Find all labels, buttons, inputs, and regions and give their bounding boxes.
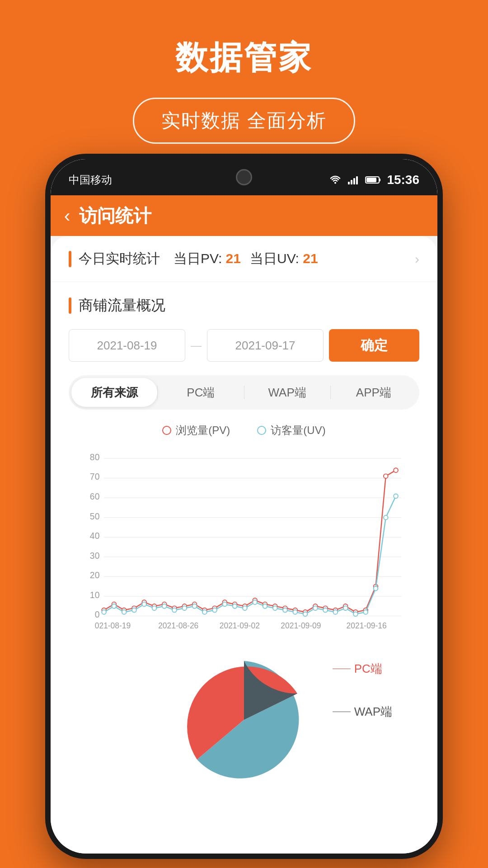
svg-point-61 [102, 610, 106, 614]
phone-mockup: 中国移动 [45, 154, 443, 859]
chart-legend: 浏览量(PV) 访客量(UV) [69, 423, 419, 438]
tab-all[interactable]: 所有来源 [71, 378, 157, 407]
app-title: 数据管家 [0, 36, 488, 80]
legend-pv: 浏览量(PV) [162, 423, 230, 438]
section-bar-2 [69, 297, 71, 314]
svg-point-71 [202, 610, 207, 614]
today-stats-row: 今日实时统计 当日PV: 21 当日UV: 21 › [51, 236, 437, 282]
svg-point-75 [243, 606, 247, 610]
wifi-icon [329, 175, 342, 185]
section-title-row: 商铺流量概况 [69, 296, 419, 316]
pv-value: 21 [226, 251, 241, 266]
svg-point-64 [132, 608, 136, 613]
date-start-input[interactable]: 2021-08-19 [69, 329, 185, 362]
svg-point-70 [192, 604, 197, 609]
legend-pv-icon [162, 426, 171, 435]
legend-uv-label: 访客量(UV) [271, 423, 325, 438]
svg-text:2021-09-02: 2021-09-02 [220, 621, 260, 630]
svg-point-67 [162, 604, 167, 609]
svg-point-66 [152, 606, 157, 610]
svg-point-85 [343, 606, 348, 610]
tab-app[interactable]: APP端 [331, 378, 417, 407]
svg-text:2021-08-26: 2021-08-26 [158, 621, 198, 630]
svg-point-69 [182, 606, 187, 610]
svg-rect-4 [356, 176, 358, 184]
pie-container: PC端 WAP端 [87, 647, 401, 792]
traffic-title: 商铺流量概况 [79, 296, 165, 316]
top-header: 数据管家 实时数据 全面分析 [0, 0, 488, 144]
uv-value: 21 [303, 251, 318, 266]
date-end-input[interactable]: 2021-09-17 [207, 329, 324, 362]
pv-stat: 当日PV: 21 [174, 250, 241, 268]
svg-rect-3 [353, 178, 355, 184]
svg-text:2021-09-16: 2021-09-16 [347, 621, 387, 630]
svg-text:30: 30 [90, 551, 100, 561]
svg-rect-7 [366, 178, 376, 182]
confirm-button[interactable]: 确定 [329, 329, 419, 362]
status-bar: 中国移动 [60, 165, 428, 195]
phone-outer: 中国移动 [45, 154, 443, 859]
svg-point-72 [212, 608, 217, 613]
svg-rect-6 [379, 179, 380, 181]
signal-icon [347, 175, 360, 185]
svg-point-65 [142, 602, 146, 607]
svg-point-59 [384, 474, 388, 478]
svg-point-82 [313, 606, 318, 610]
svg-point-84 [333, 610, 338, 614]
page-title: 访问统计 [79, 203, 151, 228]
svg-text:60: 60 [90, 491, 100, 501]
wap-label: WAP端 [333, 704, 392, 720]
svg-point-80 [293, 610, 297, 614]
uv-stat: 当日UV: 21 [250, 250, 318, 268]
legend-uv-icon [257, 426, 266, 435]
svg-text:40: 40 [90, 531, 100, 541]
pie-labels: PC端 WAP端 [333, 661, 392, 720]
svg-point-81 [303, 612, 308, 616]
svg-point-90 [394, 494, 398, 498]
svg-rect-2 [351, 180, 352, 184]
pie-section: PC端 WAP端 [69, 638, 419, 792]
source-tabs: 所有来源 PC端 WAP端 APP端 [69, 375, 419, 410]
legend-uv: 访客量(UV) [257, 423, 325, 438]
pie-chart [163, 652, 325, 788]
svg-point-73 [223, 602, 227, 607]
tab-pc[interactable]: PC端 [158, 378, 244, 407]
legend-pv-label: 浏览量(PV) [176, 423, 230, 438]
svg-point-63 [122, 610, 127, 614]
content-area: 今日实时统计 当日PV: 21 当日UV: 21 › 商铺流量概况 [51, 236, 437, 854]
chart-area: 80 70 60 50 40 30 20 10 0 021-08-19 2021… [69, 447, 419, 638]
back-icon[interactable]: ‹ [64, 206, 70, 226]
status-icons: 15:36 [329, 173, 419, 187]
status-time: 15:36 [387, 173, 419, 187]
svg-point-89 [384, 515, 388, 520]
arrow-icon[interactable]: › [415, 251, 419, 267]
svg-text:20: 20 [90, 570, 100, 580]
svg-text:50: 50 [90, 511, 100, 521]
svg-text:80: 80 [90, 452, 100, 462]
subtitle-badge: 实时数据 全面分析 [133, 98, 355, 144]
section-bar [69, 251, 71, 267]
svg-point-68 [172, 608, 177, 613]
svg-point-74 [233, 604, 237, 609]
svg-rect-1 [348, 182, 350, 184]
uv-label: 当日UV: [250, 251, 299, 266]
tab-wap[interactable]: WAP端 [244, 378, 330, 407]
svg-point-60 [394, 468, 398, 472]
svg-point-62 [112, 604, 117, 609]
svg-text:021-08-19: 021-08-19 [95, 621, 131, 630]
svg-point-0 [334, 182, 336, 184]
svg-text:2021-09-09: 2021-09-09 [281, 621, 321, 630]
traffic-section: 商铺流量概况 2021-08-19 — 2021-09-17 确定 所有来源 P… [51, 282, 437, 801]
svg-text:10: 10 [90, 590, 100, 600]
svg-point-86 [353, 612, 358, 616]
svg-point-76 [253, 600, 257, 604]
battery-icon [365, 175, 381, 185]
app-header: ‹ 访问统计 [51, 195, 437, 236]
svg-point-87 [363, 610, 368, 614]
svg-text:70: 70 [90, 472, 100, 481]
today-label: 今日实时统计 [79, 250, 160, 268]
date-separator: — [191, 339, 202, 352]
svg-text:0: 0 [95, 610, 100, 620]
svg-point-83 [323, 608, 328, 613]
carrier-label: 中国移动 [69, 173, 112, 187]
